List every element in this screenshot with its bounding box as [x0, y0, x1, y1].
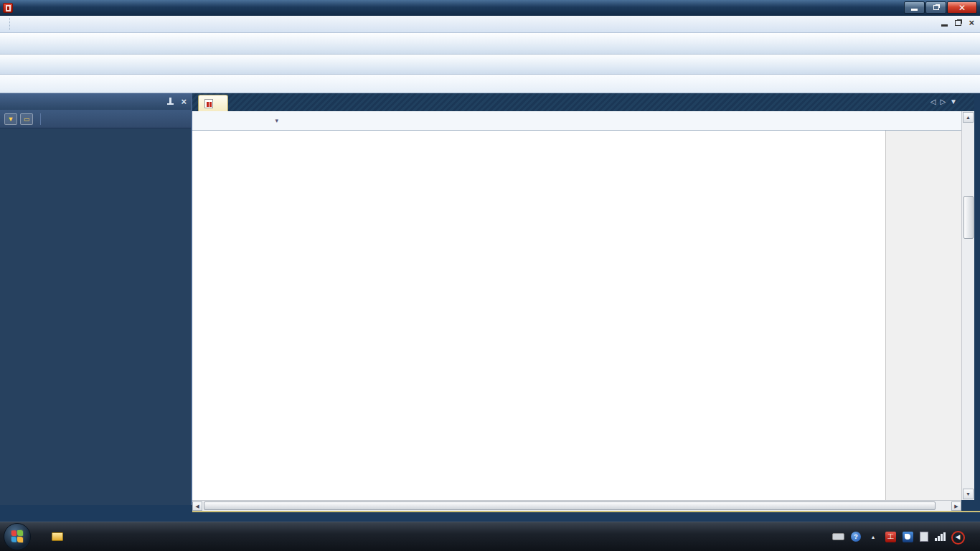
toolbar-standard: [0, 33, 980, 55]
windows-taskbar: ? ▴ 工 ◄: [0, 522, 980, 551]
window-close-button[interactable]: ✕: [947, 1, 977, 14]
sort-dropdown-icon[interactable]: ▾: [275, 117, 278, 124]
tree-display-icon[interactable]: ▭: [20, 113, 33, 125]
library-folder-icon[interactable]: [52, 532, 63, 541]
mode-indicator: ▾: [192, 111, 283, 130]
navigation-toolbar: ▼ ▭: [0, 110, 191, 128]
navigation-panel: × ▼ ▭: [0, 93, 192, 505]
horizontal-scrollbar[interactable]: ◀ ▶: [192, 500, 961, 511]
tree-collapse-icon[interactable]: ▼: [4, 113, 17, 125]
help-tray-icon[interactable]: ?: [851, 532, 861, 542]
toolbar-grip: [9, 18, 13, 30]
project-tree: [0, 128, 191, 133]
desktop-toolbar: [44, 532, 89, 541]
close-icon[interactable]: ×: [181, 98, 187, 105]
scroll-down-button[interactable]: ▼: [963, 489, 974, 499]
vertical-scrollbar[interactable]: ▲ ▼: [961, 111, 974, 500]
window-bottom-strip: [192, 511, 980, 522]
start-button[interactable]: [4, 523, 31, 550]
ladder-editor: ◁▷▼ ▾ ▲ ▼ ◀ ▶: [192, 93, 980, 511]
tab-progpou[interactable]: [198, 95, 228, 111]
app-window: ✕ × × ▼ ▭: [0, 0, 980, 551]
vertical-scroll-thumb[interactable]: [963, 196, 974, 239]
network-signal-icon[interactable]: [935, 532, 946, 541]
navigation-header: ×: [0, 93, 191, 110]
window-restore-button[interactable]: [925, 1, 946, 14]
mdi-minimize-button[interactable]: [941, 24, 948, 27]
ladder-doc-icon: [204, 99, 213, 108]
windows-flag-icon: [11, 529, 24, 543]
volume-muted-icon[interactable]: ◄: [952, 532, 963, 542]
ime-tray-icon[interactable]: [903, 532, 913, 542]
system-tray: ? ▴ 工 ◄: [832, 532, 980, 542]
canvas-void-area: [885, 131, 961, 500]
title-bar: ✕: [0, 0, 980, 16]
toolbar-docking: [0, 55, 980, 75]
menu-bar: ×: [0, 16, 980, 33]
toolbar-ladder-symbols: [0, 75, 980, 93]
mdi-restore-button[interactable]: [955, 20, 961, 26]
pin-icon[interactable]: [167, 98, 174, 105]
scroll-up-button[interactable]: ▲: [963, 112, 974, 123]
clipboard-tray-icon[interactable]: [920, 532, 928, 542]
window-minimize-button[interactable]: [904, 1, 925, 14]
document-tab-bar: ◁▷▼: [192, 93, 974, 111]
ladder-header-row: ▾: [192, 111, 974, 131]
mdi-close-button[interactable]: ×: [969, 19, 974, 27]
melsoft-tray-icon[interactable]: 工: [885, 532, 896, 542]
ladder-canvas[interactable]: [192, 131, 961, 500]
melsoft-app-icon: [3, 3, 13, 13]
scroll-left-button[interactable]: ◀: [192, 501, 202, 511]
tab-scroll-arrows[interactable]: ◁▷▼: [930, 98, 961, 105]
editor-frame: [974, 93, 980, 511]
keyboard-tray-icon[interactable]: [832, 533, 844, 540]
horizontal-scroll-thumb[interactable]: [204, 501, 936, 510]
tray-expand-icon[interactable]: ▴: [867, 532, 879, 542]
scroll-right-button[interactable]: ▶: [951, 501, 961, 511]
